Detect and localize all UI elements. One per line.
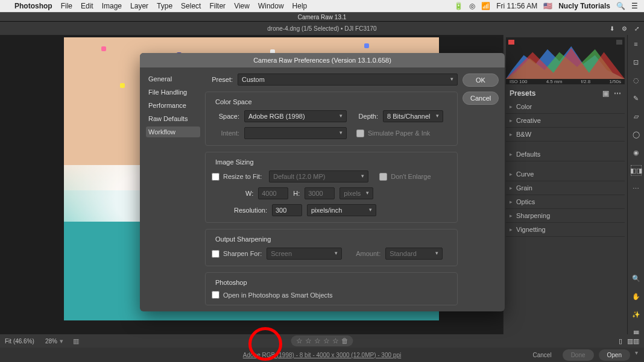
preset-label: Preset: — [205, 76, 233, 83]
group-image-sizing: Image Sizing Resize to Fit: Default (12.… — [205, 152, 458, 223]
resolution-input[interactable] — [272, 204, 302, 216]
tab-workflow[interactable]: Workflow — [146, 126, 200, 137]
cancel-dialog-button[interactable]: Cancel — [462, 92, 499, 105]
resize-select: Default (12.0 MP) — [269, 170, 368, 183]
resolution-units-select[interactable]: pixels/inch — [307, 204, 376, 216]
height-input — [305, 187, 335, 199]
smart-objects-checkbox[interactable]: Open in Photoshop as Smart Objects — [212, 291, 451, 299]
group-output-sharpening: Output Sharpening Sharpen For: Screen Am… — [205, 229, 458, 266]
tab-general[interactable]: General — [146, 73, 200, 84]
depth-label: Depth: — [352, 113, 378, 120]
resize-checkbox[interactable]: Resize to Fit: — [212, 173, 262, 181]
intent-select — [244, 127, 347, 139]
width-input — [258, 187, 288, 199]
group-photoshop: Photoshop Open in Photoshop as Smart Obj… — [205, 272, 458, 305]
ok-button[interactable]: OK — [462, 73, 499, 87]
tab-raw-defaults[interactable]: Raw Defaults — [146, 113, 200, 124]
sharpen-checkbox[interactable]: Sharpen For: — [212, 250, 262, 258]
space-select[interactable]: Adobe RGB (1998) — [244, 110, 347, 122]
dont-enlarge-checkbox: Don't Enlarge — [379, 173, 431, 181]
height-label: H: — [293, 190, 300, 197]
dialog-title: Camera Raw Preferences (Version 13.1.0.6… — [140, 53, 505, 67]
amount-select: Standard — [385, 248, 443, 260]
intent-label: Intent: — [212, 130, 239, 137]
resolution-label: Resolution: — [224, 207, 267, 214]
depth-select[interactable]: 8 Bits/Channel — [383, 110, 443, 122]
group-title-image-sizing: Image Sizing — [213, 158, 256, 166]
preferences-dialog: Camera Raw Preferences (Version 13.1.0.6… — [140, 53, 505, 311]
width-label: W: — [245, 190, 253, 197]
group-title-photoshop: Photoshop — [213, 279, 250, 286]
group-title-color-space: Color Space — [213, 98, 254, 105]
group-color-space: Color Space Space: Adobe RGB (1998) Dept… — [205, 92, 458, 146]
simulate-checkbox: Simulate Paper & Ink — [356, 130, 430, 137]
preset-select[interactable]: Custom — [238, 73, 458, 86]
space-label: Space: — [212, 113, 239, 120]
prefs-tabs: General File Handling Performance Raw De… — [146, 73, 200, 305]
group-title-output-sharpening: Output Sharpening — [213, 236, 273, 243]
tab-performance[interactable]: Performance — [146, 100, 200, 111]
amount-label: Amount: — [347, 250, 380, 257]
units-select: pixels — [339, 187, 373, 199]
modal-overlay: Camera Raw Preferences (Version 13.1.0.6… — [0, 0, 644, 362]
tab-file-handling[interactable]: File Handling — [146, 87, 200, 98]
sharpen-for-select: Screen — [267, 248, 342, 260]
